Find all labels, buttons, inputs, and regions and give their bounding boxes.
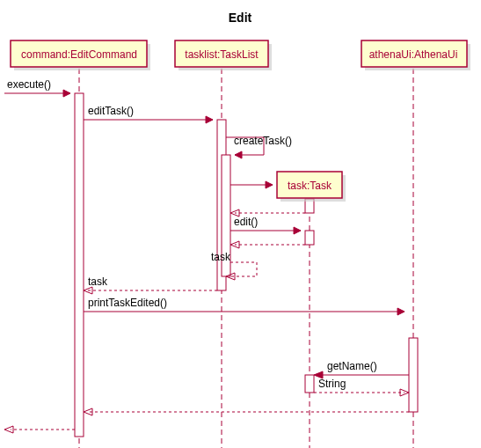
diagram-title: Edit (229, 11, 252, 25)
msg-edittask-label: editTask() (88, 105, 134, 117)
arrow-open-icon (4, 426, 13, 433)
msg-string-label: String (318, 378, 346, 390)
msg-getname-label: getName() (327, 360, 377, 372)
arrow-icon (294, 227, 301, 234)
activation-task-edit (305, 231, 314, 245)
activation-command (75, 93, 84, 437)
participant-tasklist-label: tasklist:TaskList (185, 48, 259, 61)
msg-execute-label: execute() (7, 78, 51, 91)
participant-athenaui-label: athenaUi:AthenaUi (369, 48, 458, 61)
msg-task-self-label: task (211, 251, 231, 263)
msg-printtaskedited-label: printTaskEdited() (88, 297, 167, 309)
participant-command-label: command:EditCommand (21, 48, 137, 61)
msg-task-return-label: task (88, 275, 108, 288)
msg-createtask-label: createTask() (234, 135, 292, 147)
arrow-icon (206, 116, 213, 123)
msg-edit-label: edit() (234, 216, 258, 228)
activation-task-getname (305, 375, 314, 393)
arrow-icon (235, 151, 242, 158)
sequence-diagram: Edit command:EditCommand tasklist:TaskLi… (0, 0, 481, 448)
arrow-icon (266, 181, 273, 188)
participant-task-label: task:Task (288, 180, 332, 192)
arrow-icon (63, 90, 70, 97)
arrow-icon (397, 308, 404, 315)
activation-athenaui (409, 338, 418, 412)
